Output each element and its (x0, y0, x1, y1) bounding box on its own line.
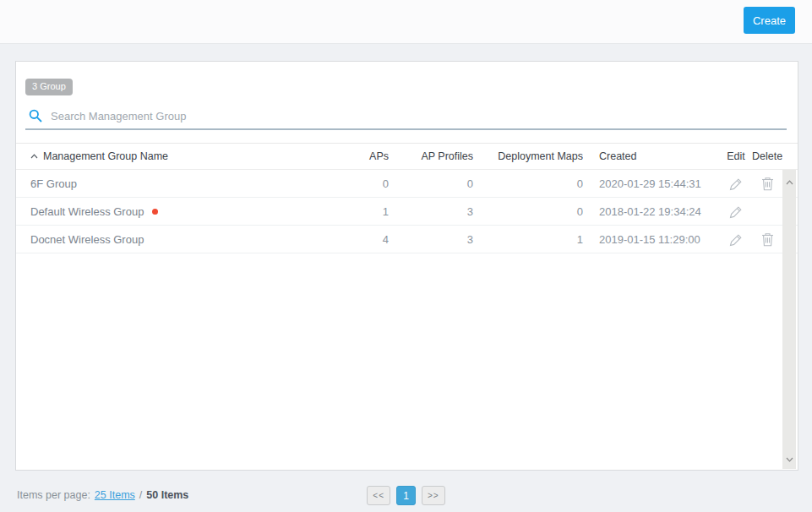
top-bar: Create (0, 0, 812, 44)
search-bar[interactable] (25, 108, 787, 130)
column-header-delete: Delete (752, 150, 782, 162)
scroll-up-icon[interactable] (786, 173, 793, 188)
ap-profiles-count: 3 (389, 233, 473, 246)
edit-icon[interactable] (729, 204, 744, 219)
delete-icon[interactable] (761, 177, 774, 191)
table-row[interactable]: 6F Group 0 0 0 2020-01-29 15:44:31 (16, 170, 798, 198)
created-timestamp: 2019-01-15 11:29:00 (583, 233, 720, 246)
pagination: << 1 >> (0, 486, 812, 505)
edit-icon[interactable] (729, 177, 744, 191)
search-icon (29, 109, 42, 123)
created-timestamp: 2020-01-29 15:44:31 (583, 177, 720, 190)
deployment-maps-count: 1 (473, 233, 583, 246)
search-input[interactable] (51, 110, 785, 123)
active-status-dot (152, 209, 158, 215)
group-count-badge: 3 Group (25, 79, 73, 95)
column-header-name[interactable]: Management Group Name (43, 150, 168, 162)
edit-icon[interactable] (729, 232, 744, 247)
scroll-down-icon[interactable] (786, 450, 793, 466)
table-row[interactable]: Default Wireless Group 1 3 0 2018-01-22 … (16, 198, 798, 226)
vertical-scrollbar[interactable] (782, 170, 796, 469)
deployment-maps-count: 0 (473, 177, 583, 190)
table-row[interactable]: Docnet Wireless Group 4 3 1 2019-01-15 1… (16, 226, 798, 253)
aps-count: 0 (313, 177, 389, 190)
create-button[interactable]: Create (744, 7, 795, 34)
ap-profiles-count: 0 (389, 177, 473, 190)
aps-count: 1 (313, 205, 389, 218)
group-table: Management Group Name APs AP Profiles De… (16, 143, 798, 253)
aps-count: 4 (313, 233, 389, 246)
sort-ascending-icon[interactable] (30, 154, 38, 159)
table-header-row: Management Group Name APs AP Profiles De… (16, 143, 798, 170)
next-page-button[interactable]: >> (422, 486, 445, 505)
column-header-ap-profiles[interactable]: AP Profiles (421, 150, 473, 162)
column-header-created[interactable]: Created (599, 150, 636, 162)
group-name: 6F Group (30, 177, 77, 190)
management-group-panel: 3 Group Management Group Name APs AP Pro… (15, 61, 798, 471)
previous-page-button[interactable]: << (367, 486, 390, 505)
deployment-maps-count: 0 (473, 205, 583, 218)
current-page-button[interactable]: 1 (396, 486, 416, 505)
created-timestamp: 2018-01-22 19:34:24 (583, 205, 720, 218)
ap-profiles-count: 3 (389, 205, 473, 218)
group-name: Default Wireless Group (30, 205, 144, 218)
group-name: Docnet Wireless Group (30, 233, 144, 246)
column-header-aps[interactable]: APs (369, 150, 389, 162)
column-header-edit: Edit (727, 150, 745, 162)
column-header-deployment-maps[interactable]: Deployment Maps (498, 150, 583, 162)
delete-icon[interactable] (761, 232, 774, 247)
